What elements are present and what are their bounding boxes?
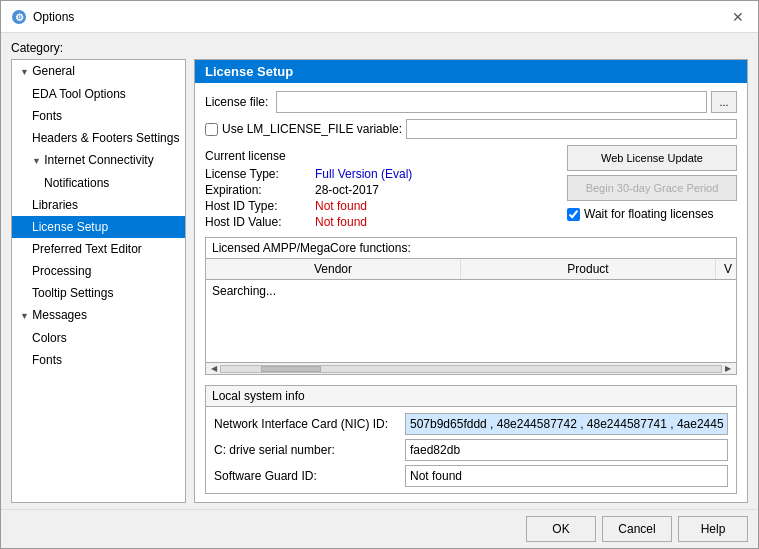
scroll-left-arrow[interactable]: ◀ bbox=[208, 363, 220, 375]
web-license-update-button[interactable]: Web License Update bbox=[567, 145, 737, 171]
local-sys-title: Local system info bbox=[206, 386, 736, 407]
category-label: Category: bbox=[11, 41, 748, 55]
title-bar: ⚙ Options ✕ bbox=[1, 1, 758, 33]
sidebar-item-internet-connectivity[interactable]: ▼ Internet Connectivity bbox=[12, 149, 185, 172]
svg-text:⚙: ⚙ bbox=[15, 12, 24, 23]
ok-button[interactable]: OK bbox=[526, 516, 596, 542]
host-id-type-value: Not found bbox=[315, 199, 367, 213]
sidebar-item-preferred-text-editor[interactable]: Preferred Text Editor bbox=[12, 238, 185, 260]
cancel-button[interactable]: Cancel bbox=[602, 516, 672, 542]
col-product: Product bbox=[461, 259, 716, 279]
wait-floating-checkbox[interactable] bbox=[567, 208, 580, 221]
sidebar-item-general[interactable]: ▼ General bbox=[12, 60, 185, 83]
license-file-row: License file: ... bbox=[205, 91, 737, 113]
license-info-area: Current license License Type: Full Versi… bbox=[205, 145, 737, 231]
sidebar-label-messages: Messages bbox=[32, 308, 87, 322]
current-license-title: Current license bbox=[205, 149, 559, 163]
nic-label: Network Interface Card (NIC) ID: bbox=[214, 417, 399, 431]
col-v: V bbox=[716, 259, 736, 279]
main-area: ▼ General EDA Tool Options Fonts Headers… bbox=[11, 59, 748, 503]
sidebar-item-fonts-general[interactable]: Fonts bbox=[12, 105, 185, 127]
use-lm-label: Use LM_LICENSE_FILE variable: bbox=[222, 122, 402, 136]
software-guard-label: Software Guard ID: bbox=[214, 469, 399, 483]
action-buttons-col: Web License Update Begin 30-day Grace Pe… bbox=[567, 145, 737, 231]
close-button[interactable]: ✕ bbox=[728, 7, 748, 27]
cdrive-label: C: drive serial number: bbox=[214, 443, 399, 457]
panel-body: License file: ... Use LM_LICENSE_FILE va… bbox=[195, 83, 747, 502]
scroll-right-arrow[interactable]: ▶ bbox=[722, 363, 734, 375]
panel-header: License Setup bbox=[195, 60, 747, 83]
license-type-row: License Type: Full Version (Eval) bbox=[205, 167, 559, 181]
col-vendor: Vendor bbox=[206, 259, 461, 279]
sidebar-label-colors: Colors bbox=[32, 331, 67, 345]
local-sys-section: Local system info Network Interface Card… bbox=[205, 385, 737, 494]
sidebar: ▼ General EDA Tool Options Fonts Headers… bbox=[11, 59, 186, 503]
sidebar-label-preferred-text-editor: Preferred Text Editor bbox=[32, 242, 142, 256]
wait-floating-row: Wait for floating licenses bbox=[567, 207, 737, 221]
software-guard-row: Software Guard ID: bbox=[214, 465, 728, 487]
sidebar-item-tooltip-settings[interactable]: Tooltip Settings bbox=[12, 282, 185, 304]
sidebar-label-notifications: Notifications bbox=[44, 176, 109, 190]
sidebar-item-notifications[interactable]: Notifications bbox=[12, 172, 185, 194]
sidebar-label-license-setup: License Setup bbox=[32, 220, 108, 234]
local-sys-body: Network Interface Card (NIC) ID: C: driv… bbox=[206, 407, 736, 493]
sidebar-label-fonts-general: Fonts bbox=[32, 109, 62, 123]
nic-input[interactable] bbox=[405, 413, 728, 435]
sidebar-item-processing[interactable]: Processing bbox=[12, 260, 185, 282]
wait-floating-label: Wait for floating licenses bbox=[584, 207, 714, 221]
sidebar-item-headers-footers[interactable]: Headers & Footers Settings bbox=[12, 127, 185, 149]
ampp-table: Vendor Product V Searching... bbox=[206, 259, 736, 362]
sidebar-label-headers: Headers & Footers Settings bbox=[32, 131, 179, 145]
dialog-footer: OK Cancel Help bbox=[1, 509, 758, 548]
sidebar-item-license-setup[interactable]: License Setup bbox=[12, 216, 185, 238]
cdrive-input[interactable] bbox=[405, 439, 728, 461]
license-file-label: License file: bbox=[205, 95, 268, 109]
browse-button[interactable]: ... bbox=[711, 91, 737, 113]
scroll-track[interactable] bbox=[220, 365, 722, 373]
license-type-label: License Type: bbox=[205, 167, 315, 181]
sidebar-label-internet: Internet Connectivity bbox=[44, 153, 153, 167]
horizontal-scrollbar[interactable]: ◀ ▶ bbox=[206, 362, 736, 374]
expand-arrow-internet: ▼ bbox=[32, 156, 41, 166]
use-lm-input[interactable] bbox=[406, 119, 737, 139]
sidebar-item-eda-tool-options[interactable]: EDA Tool Options bbox=[12, 83, 185, 105]
dialog-title: Options bbox=[33, 10, 74, 24]
dialog-body: Category: ▼ General EDA Tool Options Fon… bbox=[1, 33, 758, 509]
expand-arrow-messages: ▼ bbox=[20, 311, 29, 321]
dialog-icon: ⚙ bbox=[11, 9, 27, 25]
sidebar-item-colors[interactable]: Colors bbox=[12, 327, 185, 349]
content-panel: License Setup License file: ... Use LM_L… bbox=[194, 59, 748, 503]
cdrive-row: C: drive serial number: bbox=[214, 439, 728, 461]
host-id-value-label: Host ID Value: bbox=[205, 215, 315, 229]
grace-period-button[interactable]: Begin 30-day Grace Period bbox=[567, 175, 737, 201]
current-license-section: Current license License Type: Full Versi… bbox=[205, 145, 559, 231]
license-type-value: Full Version (Eval) bbox=[315, 167, 412, 181]
options-dialog: ⚙ Options ✕ Category: ▼ General EDA Tool… bbox=[0, 0, 759, 549]
sidebar-label-eda: EDA Tool Options bbox=[32, 87, 126, 101]
expiration-label: Expiration: bbox=[205, 183, 315, 197]
ampp-body: Searching... bbox=[206, 280, 736, 302]
host-id-type-label: Host ID Type: bbox=[205, 199, 315, 213]
expiration-row: Expiration: 28-oct-2017 bbox=[205, 183, 559, 197]
scroll-thumb[interactable] bbox=[261, 366, 321, 372]
table-header: Vendor Product V bbox=[206, 259, 736, 280]
expiration-value: 28-oct-2017 bbox=[315, 183, 379, 197]
sidebar-item-fonts-messages[interactable]: Fonts bbox=[12, 349, 185, 371]
software-guard-input[interactable] bbox=[405, 465, 728, 487]
sidebar-label-tooltip: Tooltip Settings bbox=[32, 286, 113, 300]
license-file-input[interactable] bbox=[276, 91, 707, 113]
sidebar-item-messages[interactable]: ▼ Messages bbox=[12, 304, 185, 327]
sidebar-label-general: General bbox=[32, 64, 75, 78]
expand-arrow-general: ▼ bbox=[20, 67, 29, 77]
sidebar-label-fonts-messages: Fonts bbox=[32, 353, 62, 367]
sidebar-item-libraries[interactable]: Libraries bbox=[12, 194, 185, 216]
use-lm-checkbox[interactable] bbox=[205, 123, 218, 136]
nic-row: Network Interface Card (NIC) ID: bbox=[214, 413, 728, 435]
help-button[interactable]: Help bbox=[678, 516, 748, 542]
sidebar-label-processing: Processing bbox=[32, 264, 91, 278]
ampp-section: Licensed AMPP/MegaCore functions: Vendor… bbox=[205, 237, 737, 375]
use-lm-row: Use LM_LICENSE_FILE variable: bbox=[205, 119, 737, 139]
host-id-value-value: Not found bbox=[315, 215, 367, 229]
ampp-searching-text: Searching... bbox=[212, 284, 276, 298]
host-id-value-row: Host ID Value: Not found bbox=[205, 215, 559, 229]
